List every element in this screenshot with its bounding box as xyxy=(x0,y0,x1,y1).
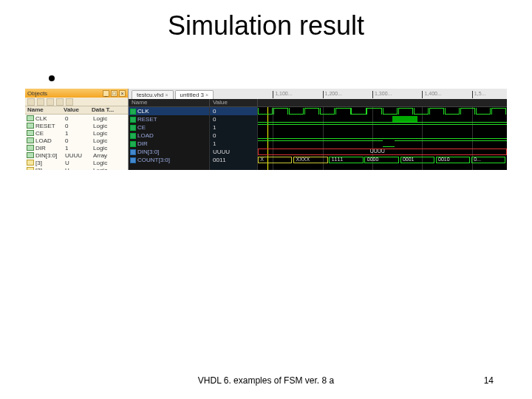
toolbar-icon[interactable] xyxy=(27,98,35,106)
object-row[interactable]: LOAD0Logic xyxy=(25,137,128,144)
obj-type: Logic xyxy=(93,160,128,166)
wave-signal-name: DIR xyxy=(137,140,148,147)
object-row[interactable]: [3]ULogic xyxy=(25,159,128,166)
tab-label: testcu.vhd xyxy=(137,92,163,98)
time-tick xyxy=(472,91,474,98)
time-tick xyxy=(273,91,275,98)
obj-name: RESET xyxy=(35,123,65,129)
obj-value: 0 xyxy=(65,137,93,144)
toolbar-icon[interactable] xyxy=(37,98,44,106)
signal-icon xyxy=(27,152,34,158)
wave-names-col: CLKRESETCELOADDIRDIN[3:0]COUNT[3:0] xyxy=(129,107,210,170)
wave-signal-name: RESET xyxy=(137,116,157,123)
close-button[interactable]: × xyxy=(119,90,126,97)
wave-dir xyxy=(258,140,507,148)
wave-col-name[interactable]: Name xyxy=(129,99,210,106)
tab-close-icon[interactable]: × xyxy=(165,92,168,98)
wave-signal-row[interactable]: CLK xyxy=(129,107,209,115)
wave-plot[interactable]: UUUUXXXXX11110000000100100... xyxy=(258,107,507,170)
obj-type: Logic xyxy=(93,145,128,151)
minimize-button[interactable]: _ xyxy=(103,90,109,97)
wave-tab[interactable]: untitled 3× xyxy=(175,90,214,99)
obj-name: CLK xyxy=(35,115,65,122)
obj-name: DIN[3:0] xyxy=(35,152,65,159)
waveform-panel: testcu.vhd×untitled 3× Name Value CLKRES… xyxy=(129,89,507,170)
wave-body: CLKRESETCELOADDIRDIN[3:0]COUNT[3:0] 0010… xyxy=(129,107,507,170)
toolbar-icon[interactable] xyxy=(47,98,54,106)
obj-name: [3] xyxy=(35,160,65,166)
obj-name: DIR xyxy=(35,145,65,151)
wave-signal-name: DIN[3:0] xyxy=(137,149,159,155)
obj-name: [2] xyxy=(35,167,65,171)
toolbar-icon[interactable] xyxy=(56,98,64,106)
obj-value: 0 xyxy=(65,123,93,129)
wave-value-cell: 1 xyxy=(210,140,257,148)
wave-tabs: testcu.vhd×untitled 3× xyxy=(129,89,507,99)
time-tick xyxy=(422,91,424,98)
obj-type: Logic xyxy=(93,115,128,122)
wave-signal-icon xyxy=(130,149,136,155)
obj-value: U xyxy=(65,167,93,171)
object-row[interactable]: [2]ULogic xyxy=(25,166,128,170)
objects-title: Objects xyxy=(27,90,47,97)
wave-signal-row[interactable]: CE xyxy=(129,123,209,132)
obj-type: Array xyxy=(93,152,128,159)
obj-type: Logic xyxy=(93,130,128,137)
obj-type: Logic xyxy=(93,123,128,129)
signal-icon xyxy=(27,160,34,166)
tab-label: untitled 3 xyxy=(180,92,204,98)
wave-value-cell: 0011 xyxy=(210,156,257,164)
object-row[interactable]: DIN[3:0]UUUUArray xyxy=(25,151,128,159)
toolbar-icon[interactable] xyxy=(66,98,73,106)
wave-ce xyxy=(258,123,507,132)
col-type[interactable]: Data T... xyxy=(92,106,128,114)
wave-count: XXXXX11110000000100100... xyxy=(258,156,507,164)
wave-header: Name Value xyxy=(129,99,507,107)
wave-value-cell: 0 xyxy=(210,107,257,115)
obj-type: Logic xyxy=(93,167,128,171)
wave-signal-name: COUNT[3:0] xyxy=(137,157,170,163)
maximize-button[interactable]: □ xyxy=(111,90,117,97)
bullet-dot xyxy=(49,75,55,81)
wave-col-value[interactable]: Value xyxy=(210,99,258,106)
wave-value-cell: 0 xyxy=(210,132,257,140)
obj-value: 0 xyxy=(65,115,93,122)
tab-close-icon[interactable]: × xyxy=(205,92,208,98)
wave-signal-icon xyxy=(130,125,136,131)
objects-panel: Objects _ □ × Name Value Data T... CLK0L… xyxy=(25,89,129,170)
objects-column-header: Name Value Data T... xyxy=(25,106,128,115)
wave-signal-row[interactable]: RESET xyxy=(129,115,209,123)
obj-type: Logic xyxy=(93,137,128,144)
object-row[interactable]: RESET0Logic xyxy=(25,122,128,129)
object-row[interactable]: CE1Logic xyxy=(25,129,128,137)
wave-clk xyxy=(258,107,507,115)
time-tick xyxy=(372,91,375,98)
col-name[interactable]: Name xyxy=(25,106,64,114)
wave-din: UUUU xyxy=(258,148,507,156)
signal-icon xyxy=(27,137,34,143)
wave-signal-row[interactable]: DIN[3:0] xyxy=(129,148,209,156)
slide-footer: VHDL 6. examples of FSM ver. 8 a xyxy=(0,375,532,386)
obj-value: 1 xyxy=(65,130,93,137)
signal-icon xyxy=(27,167,34,170)
wave-tab[interactable]: testcu.vhd× xyxy=(132,90,174,99)
signal-icon xyxy=(27,123,34,129)
wave-signal-row[interactable]: LOAD xyxy=(129,132,209,140)
wave-signal-icon xyxy=(130,133,136,139)
col-value[interactable]: Value xyxy=(64,106,92,114)
wave-values-col: 00101UUUU0011 xyxy=(210,107,258,170)
obj-name: CE xyxy=(35,130,65,137)
obj-value: 1 xyxy=(65,145,93,151)
wave-signal-name: LOAD xyxy=(137,132,154,139)
wave-signal-icon xyxy=(130,109,136,115)
object-row[interactable]: CLK0Logic xyxy=(25,115,128,122)
object-row[interactable]: DIR1Logic xyxy=(25,144,128,151)
signal-icon xyxy=(27,145,34,151)
page-number: 14 xyxy=(484,375,494,386)
signal-icon xyxy=(27,115,34,121)
wave-signal-row[interactable]: COUNT[3:0] xyxy=(129,156,209,164)
wave-signal-row[interactable]: DIR xyxy=(129,140,209,148)
window-buttons: _ □ × xyxy=(103,90,126,97)
wave-signal-icon xyxy=(130,117,136,123)
simulator-screenshot: Objects _ □ × Name Value Data T... CLK0L… xyxy=(25,89,507,170)
